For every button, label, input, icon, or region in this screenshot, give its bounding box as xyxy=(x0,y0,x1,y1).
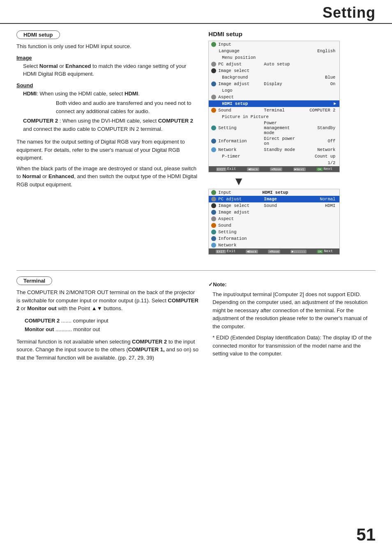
menu-row-ptimer: P-timer Count up xyxy=(209,153,339,160)
terminal-options: COMPUTER 2 ....... computer input Monito… xyxy=(25,317,200,334)
body-text2: When the black parts of the image are de… xyxy=(16,165,200,189)
page-header: Setting xyxy=(0,0,392,24)
menu-footer-2: EXIT Exit ◄Back ✦Move ►------ OK Next xyxy=(209,248,339,254)
section-divider xyxy=(16,270,376,271)
hdmi-intro: This function is only used for HDMI inpu… xyxy=(16,42,200,51)
menu2-row-sound2: Sound xyxy=(209,222,339,229)
terminal-text1: The COMPUTER IN 2/MONITOR OUT terminal o… xyxy=(16,288,200,313)
menu-row-network: Network Standby mode Network xyxy=(209,146,339,153)
right-column: HDMI setup Input Language English Menu p… xyxy=(208,30,376,258)
menu-row-hdmisetup: HDMI setup ► xyxy=(209,100,339,107)
note-text1: The input/output terminal [Computer 2] d… xyxy=(212,290,376,331)
sound-comp2-line: COMPUTER 2 : When using the DVI-HDMI cab… xyxy=(23,117,200,133)
menu2-row-image: PC adjust Image Normal xyxy=(209,196,339,202)
page-title: Setting xyxy=(323,4,376,21)
menu-row-setting: Setting Power management mode Standby xyxy=(209,120,339,136)
content-area: HDMI setup This function is only used fo… xyxy=(0,26,392,367)
sound-hdmi-sub: Both video and audio are transferred and… xyxy=(56,99,200,115)
body-text1: The names for the output setting of Digi… xyxy=(16,138,200,162)
menu-row-menupos: Menu position xyxy=(209,54,339,61)
left-column: HDMI setup This function is only used fo… xyxy=(16,30,200,258)
menu-screenshot-2: Input HDMI setup PC adjust Image Normal … xyxy=(208,189,340,255)
terminal-label: Terminal xyxy=(16,276,52,285)
sound-hdmi-line: HDMI: When using the HDMI cable, select … xyxy=(23,90,200,98)
menu-row-page: 1/2 xyxy=(209,160,339,166)
menu-row-info: Information Direct power on Off xyxy=(209,136,339,146)
note-section: ✓Note: The input/output terminal [Comput… xyxy=(208,281,376,358)
terminal-text2: Terminal function is not available when … xyxy=(16,338,200,362)
arrow-down: ▼ xyxy=(208,176,376,187)
menu2-row-setting: Setting xyxy=(209,229,339,235)
menu-row-imgadjust: Image adjust Display On xyxy=(209,81,339,87)
sound-content: HDMI: When using the HDMI cable, select … xyxy=(23,90,200,133)
menu-row-bg: Background Blue xyxy=(209,74,339,81)
comp2-line: COMPUTER 2 ....... computer input xyxy=(25,317,200,325)
menu2-row-imgadjust: Image adjust xyxy=(209,209,339,216)
menu2-row-aspect: Aspect xyxy=(209,216,339,222)
sound-subtitle: Sound xyxy=(16,82,200,88)
hdmi-setup-right-heading: HDMI setup xyxy=(208,30,376,37)
menu-row-input: Input xyxy=(209,41,339,48)
menu-footer-1: EXIT Exit ◄Back ✦Move ►Next OK Next xyxy=(209,166,339,172)
image-text: Select Normal or Enhanced to match the v… xyxy=(23,62,200,78)
bottom-section: Terminal The COMPUTER IN 2/MONITOR OUT t… xyxy=(16,276,376,363)
menu2-row-info: Information xyxy=(209,235,339,242)
menu-row-picpic: Picture in Picture xyxy=(209,114,339,120)
terminal-column: Terminal The COMPUTER IN 2/MONITOR OUT t… xyxy=(16,276,200,363)
note-text2: * EDID (Extended Display Identification … xyxy=(212,334,376,358)
note-column: ✓Note: The input/output terminal [Comput… xyxy=(208,276,376,363)
menu-row-imgselect: Image select xyxy=(209,67,339,74)
menu-row-aspect: Aspect xyxy=(209,94,339,100)
note-title: ✓Note: xyxy=(208,281,376,289)
menu-row-sound: Sound Terminal COMPUTER 2 xyxy=(209,107,339,114)
menu-row-pcadjust: PC adjust Auto setup xyxy=(209,61,339,67)
hdmi-setup-label: HDMI setup xyxy=(16,30,60,39)
menu2-row-sound: Image select Sound HDMI xyxy=(209,202,339,209)
image-subtitle: Image xyxy=(16,55,200,61)
top-section: HDMI setup This function is only used fo… xyxy=(16,30,376,258)
menu2-row-input: Input HDMI setup xyxy=(209,189,339,196)
monitor-line: Monitor out ........... monitor out xyxy=(25,325,200,334)
menu-screenshot-1: Input Language English Menu position PC … xyxy=(208,41,340,172)
menu-row-language: Language English xyxy=(209,48,339,54)
page-number: 51 xyxy=(356,525,376,545)
menu-row-logo: Logo xyxy=(209,87,339,94)
menu2-row-network: Network xyxy=(209,242,339,248)
